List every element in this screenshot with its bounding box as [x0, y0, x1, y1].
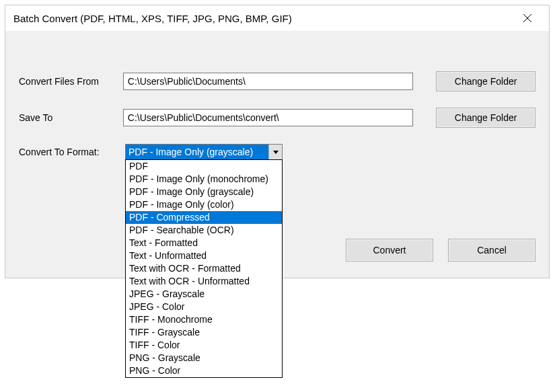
convert-from-row: Convert Files From Change Folder — [19, 71, 535, 91]
dialog-button-row: Convert Cancel — [346, 239, 535, 262]
format-option[interactable]: PDF — [126, 160, 282, 173]
format-option[interactable]: TIFF - Color — [126, 339, 282, 352]
format-option[interactable]: PNG - Color — [126, 364, 282, 377]
titlebar: Batch Convert (PDF, HTML, XPS, TIFF, JPG… — [5, 5, 549, 31]
format-dropdown-list[interactable]: PDFPDF - Image Only (monochrome)PDF - Im… — [125, 159, 283, 378]
convert-from-label: Convert Files From — [19, 76, 123, 87]
format-selected-text: PDF - Image Only (grayscale) — [126, 145, 268, 159]
format-combobox[interactable]: PDF - Image Only (grayscale) PDFPDF - Im… — [125, 144, 283, 160]
convert-button[interactable]: Convert — [346, 239, 433, 262]
format-option[interactable]: Text - Formatted — [126, 237, 282, 249]
chevron-down-icon[interactable] — [268, 145, 282, 159]
format-option[interactable]: Text - Unformatted — [126, 249, 282, 262]
format-combobox-display[interactable]: PDF - Image Only (grayscale) — [125, 144, 283, 160]
batch-convert-dialog: Batch Convert (PDF, HTML, XPS, TIFF, JPG… — [5, 5, 550, 278]
format-option[interactable]: PDF - Searchable (OCR) — [126, 224, 282, 237]
format-option[interactable]: Text with OCR - Formatted — [126, 262, 282, 275]
format-label: Convert To Format: — [19, 147, 125, 157]
format-option[interactable]: PDF - Image Only (color) — [126, 198, 282, 211]
format-option[interactable]: JPEG - Grayscale — [126, 288, 282, 301]
cancel-button[interactable]: Cancel — [448, 239, 535, 262]
format-option[interactable]: PDF - Compressed — [126, 211, 282, 224]
dialog-body: Convert Files From Change Folder Save To… — [5, 31, 549, 278]
change-folder-to-button[interactable]: Change Folder — [436, 108, 535, 128]
save-to-row: Save To Change Folder — [19, 108, 535, 128]
window-title: Batch Convert (PDF, HTML, XPS, TIFF, JPG… — [13, 13, 292, 24]
format-option[interactable]: Text with OCR - Unformatted — [126, 275, 282, 288]
format-option[interactable]: TIFF - Grayscale — [126, 326, 282, 339]
format-option[interactable]: PNG - Grayscale — [126, 352, 282, 364]
save-to-label: Save To — [19, 112, 123, 123]
format-option[interactable]: PDF - Image Only (monochrome) — [126, 173, 282, 186]
convert-from-input[interactable] — [123, 73, 413, 90]
format-row: Convert To Format: PDF - Image Only (gra… — [19, 144, 535, 160]
format-option[interactable]: TIFF - Monochrome — [126, 313, 282, 326]
close-icon — [523, 14, 531, 22]
save-to-input[interactable] — [123, 109, 413, 126]
close-button[interactable] — [514, 8, 541, 28]
format-option[interactable]: PDF - Image Only (grayscale) — [126, 186, 282, 198]
change-folder-from-button[interactable]: Change Folder — [436, 71, 535, 91]
format-option[interactable]: JPEG - Color — [126, 301, 282, 313]
